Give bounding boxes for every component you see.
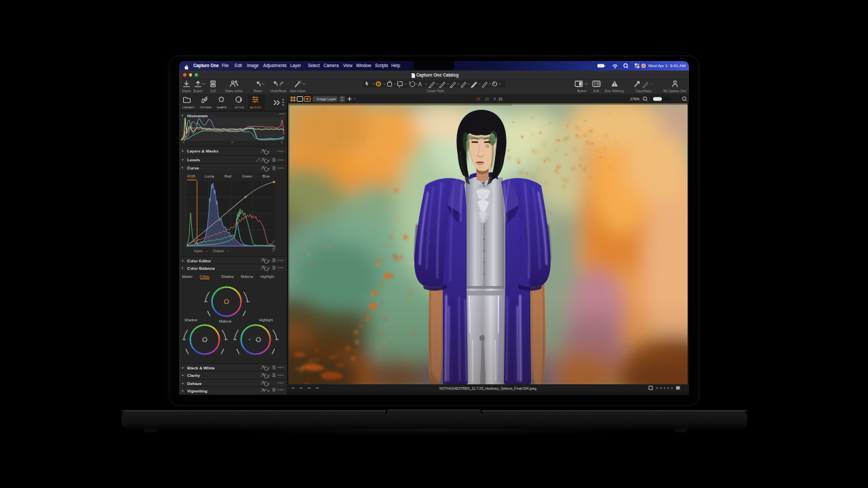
svg-text:24: 24 [476,97,480,101]
svg-text:21: 21 [498,97,502,101]
svg-text:Image Layer: Image Layer [317,97,336,101]
svg-text:22: 22 [485,97,489,101]
svg-text:NOTHIGHESTRES_11.7.25_Hockney_: NOTHIGHESTRES_11.7.25_Hockney_Selects_Fi… [439,386,536,390]
svg-text:8: 8 [494,97,496,101]
svg-text:176%: 176% [630,97,639,101]
